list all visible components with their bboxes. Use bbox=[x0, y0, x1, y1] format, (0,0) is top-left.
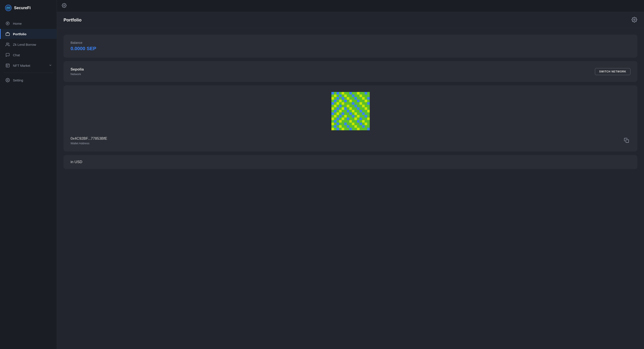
svg-point-6 bbox=[64, 5, 65, 6]
sidebar-item-chat-label: Chat bbox=[13, 53, 52, 57]
svg-rect-55 bbox=[360, 110, 362, 112]
network-label: Network bbox=[70, 72, 84, 76]
sidebar-item-zk-lend-borrow[interactable]: Zk Lend Borrow bbox=[0, 39, 57, 49]
header-settings-button[interactable] bbox=[631, 17, 638, 23]
svg-rect-31 bbox=[357, 100, 360, 102]
svg-rect-26 bbox=[367, 97, 370, 100]
network-info: Sepolia Network bbox=[70, 67, 84, 76]
svg-rect-82 bbox=[336, 123, 339, 125]
copy-icon bbox=[624, 138, 629, 143]
sidebar-item-setting[interactable]: Setting bbox=[0, 75, 57, 85]
wallet-address-value: 0x4C92BF...77853BfE bbox=[70, 136, 107, 141]
svg-rect-47 bbox=[344, 107, 347, 110]
topbar-settings-icon[interactable] bbox=[62, 3, 66, 9]
svg-rect-92 bbox=[332, 128, 334, 130]
svg-rect-4 bbox=[6, 64, 10, 67]
sidebar-item-portfolio-label: Portfolio bbox=[13, 32, 52, 36]
svg-rect-37 bbox=[360, 102, 362, 105]
svg-rect-24 bbox=[354, 97, 357, 100]
svg-rect-95 bbox=[349, 128, 352, 130]
svg-rect-94 bbox=[342, 128, 344, 130]
nft-market-icon bbox=[6, 63, 10, 68]
portfolio-icon bbox=[6, 32, 10, 36]
network-card: Sepolia Network SWITCH NETWORK bbox=[64, 61, 638, 82]
balance-value: 0.0000 SEP bbox=[70, 46, 630, 51]
svg-rect-49 bbox=[357, 107, 360, 110]
sidebar-item-nft-market[interactable]: NFT Market bbox=[0, 60, 57, 70]
svg-rect-75 bbox=[367, 118, 370, 120]
wallet-address-label: Wallet Address bbox=[70, 142, 107, 145]
svg-rect-36 bbox=[352, 102, 354, 105]
chevron-down-icon bbox=[49, 64, 52, 67]
svg-rect-72 bbox=[347, 118, 350, 120]
app-logo-icon bbox=[5, 4, 12, 11]
svg-rect-48 bbox=[349, 107, 352, 110]
sidebar-nav: Home Portfolio Zk Lend Bor bbox=[0, 16, 57, 88]
svg-rect-43 bbox=[362, 105, 365, 107]
wallet-address-section: 0x4C92BF...77853BfE Wallet Address bbox=[70, 136, 630, 145]
switch-network-button[interactable]: SWITCH NETWORK bbox=[595, 68, 630, 75]
svg-rect-74 bbox=[360, 118, 362, 120]
svg-rect-89 bbox=[347, 125, 350, 128]
svg-rect-33 bbox=[332, 102, 334, 105]
page-title: Portfolio bbox=[64, 17, 82, 22]
network-name: Sepolia bbox=[70, 67, 84, 72]
svg-rect-41 bbox=[347, 105, 350, 107]
svg-rect-30 bbox=[349, 100, 352, 102]
svg-rect-59 bbox=[342, 112, 344, 115]
svg-rect-11 bbox=[342, 92, 344, 95]
app-name: SecureFi bbox=[14, 6, 31, 10]
copy-address-button[interactable] bbox=[622, 136, 630, 145]
svg-rect-10 bbox=[336, 92, 339, 95]
sidebar-divider bbox=[4, 73, 53, 73]
svg-rect-22 bbox=[342, 97, 344, 100]
sidebar-item-setting-label: Setting bbox=[13, 78, 52, 82]
svg-point-5 bbox=[7, 80, 8, 81]
svg-rect-81 bbox=[332, 123, 334, 125]
svg-rect-23 bbox=[347, 97, 350, 100]
usd-card: in USD bbox=[64, 155, 638, 169]
home-icon bbox=[6, 21, 10, 26]
svg-rect-64 bbox=[339, 115, 342, 118]
sidebar-item-chat[interactable]: Chat bbox=[0, 50, 57, 60]
svg-rect-91 bbox=[362, 125, 365, 128]
svg-rect-66 bbox=[352, 115, 354, 118]
svg-rect-20 bbox=[332, 97, 334, 100]
qr-code-image bbox=[332, 92, 370, 130]
svg-rect-50 bbox=[364, 107, 367, 110]
svg-rect-17 bbox=[344, 95, 347, 97]
svg-rect-51 bbox=[334, 110, 336, 112]
svg-rect-15 bbox=[334, 95, 336, 97]
svg-rect-16 bbox=[339, 95, 342, 97]
svg-point-7 bbox=[634, 19, 635, 20]
svg-rect-62 bbox=[362, 112, 365, 115]
svg-rect-65 bbox=[344, 115, 347, 118]
svg-rect-73 bbox=[354, 118, 357, 120]
svg-rect-61 bbox=[354, 112, 357, 115]
svg-rect-68 bbox=[364, 115, 367, 118]
sidebar: SecureFi Home Portfolio bbox=[0, 0, 57, 349]
svg-rect-45 bbox=[336, 107, 339, 110]
svg-rect-86 bbox=[364, 123, 367, 125]
svg-rect-32 bbox=[364, 100, 367, 102]
svg-rect-13 bbox=[357, 92, 360, 95]
svg-rect-19 bbox=[360, 95, 362, 97]
top-header-bar bbox=[57, 0, 644, 12]
svg-rect-18 bbox=[352, 95, 354, 97]
svg-rect-70 bbox=[336, 118, 339, 120]
svg-rect-96 bbox=[357, 128, 360, 130]
svg-rect-28 bbox=[339, 100, 342, 102]
svg-rect-12 bbox=[349, 92, 352, 95]
setting-icon bbox=[6, 78, 10, 82]
svg-rect-80 bbox=[362, 120, 365, 123]
sidebar-item-portfolio[interactable]: Portfolio bbox=[0, 29, 57, 39]
svg-rect-21 bbox=[336, 97, 339, 100]
sidebar-item-home[interactable]: Home bbox=[0, 18, 57, 28]
svg-rect-9 bbox=[332, 92, 334, 95]
svg-rect-27 bbox=[334, 100, 336, 102]
svg-rect-76 bbox=[334, 120, 336, 123]
logo-area: SecureFi bbox=[0, 0, 57, 16]
svg-rect-83 bbox=[344, 123, 347, 125]
sidebar-item-nft-market-label: NFT Market bbox=[13, 64, 46, 67]
svg-rect-71 bbox=[342, 118, 344, 120]
